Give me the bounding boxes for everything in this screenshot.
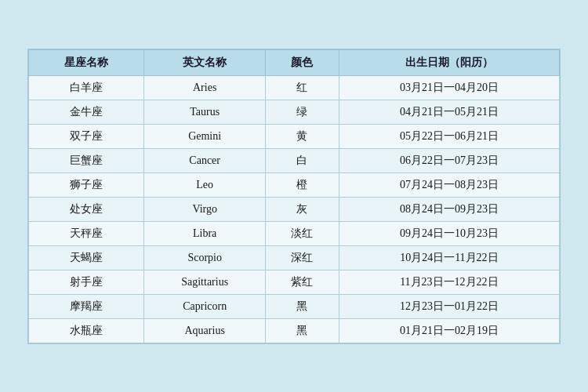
- cell-dates: 08月24日一09月23日: [339, 197, 559, 221]
- cell-english-name: Virgo: [144, 197, 266, 221]
- cell-english-name: Capricorn: [144, 294, 266, 318]
- cell-chinese-name: 双子座: [29, 124, 144, 148]
- cell-english-name: Leo: [144, 172, 266, 197]
- cell-english-name: Libra: [144, 221, 266, 245]
- cell-english-name: Gemini: [144, 124, 266, 148]
- cell-chinese-name: 巨蟹座: [29, 148, 144, 172]
- table-row: 水瓶座Aquarius黑01月21日一02月19日: [29, 318, 560, 343]
- cell-dates: 01月21日一02月19日: [339, 318, 559, 343]
- header-chinese-name: 星座名称: [29, 49, 144, 75]
- table-row: 白羊座Aries红03月21日一04月20日: [29, 75, 560, 100]
- cell-chinese-name: 白羊座: [29, 75, 144, 100]
- zodiac-table-container: 星座名称 英文名称 颜色 出生日期（阳历） 白羊座Aries红03月21日一04…: [27, 49, 561, 344]
- cell-dates: 04月21日一05月21日: [339, 100, 559, 124]
- cell-chinese-name: 狮子座: [29, 172, 144, 197]
- zodiac-table: 星座名称 英文名称 颜色 出生日期（阳历） 白羊座Aries红03月21日一04…: [28, 49, 560, 343]
- cell-chinese-name: 金牛座: [29, 100, 144, 124]
- cell-dates: 12月23日一01月22日: [339, 294, 559, 318]
- cell-dates: 05月22日一06月21日: [339, 124, 559, 148]
- table-row: 摩羯座Capricorn黑12月23日一01月22日: [29, 294, 560, 318]
- table-row: 狮子座Leo橙07月24日一08月23日: [29, 172, 560, 197]
- cell-chinese-name: 射手座: [29, 270, 144, 294]
- cell-chinese-name: 处女座: [29, 197, 144, 221]
- cell-dates: 03月21日一04月20日: [339, 75, 559, 100]
- cell-color: 灰: [266, 197, 339, 221]
- cell-english-name: Cancer: [144, 148, 266, 172]
- cell-chinese-name: 天秤座: [29, 221, 144, 245]
- cell-dates: 07月24日一08月23日: [339, 172, 559, 197]
- cell-color: 紫红: [266, 270, 339, 294]
- table-row: 射手座Sagittarius紫红11月23日一12月22日: [29, 270, 560, 294]
- cell-dates: 06月22日一07月23日: [339, 148, 559, 172]
- header-dates: 出生日期（阳历）: [339, 49, 559, 75]
- cell-color: 黑: [266, 294, 339, 318]
- cell-dates: 10月24日一11月22日: [339, 245, 559, 270]
- cell-chinese-name: 天蝎座: [29, 245, 144, 270]
- cell-english-name: Sagittarius: [144, 270, 266, 294]
- cell-color: 白: [266, 148, 339, 172]
- cell-chinese-name: 水瓶座: [29, 318, 144, 343]
- table-row: 双子座Gemini黄05月22日一06月21日: [29, 124, 560, 148]
- table-row: 金牛座Taurus绿04月21日一05月21日: [29, 100, 560, 124]
- table-row: 巨蟹座Cancer白06月22日一07月23日: [29, 148, 560, 172]
- table-row: 处女座Virgo灰08月24日一09月23日: [29, 197, 560, 221]
- cell-dates: 11月23日一12月22日: [339, 270, 559, 294]
- table-header-row: 星座名称 英文名称 颜色 出生日期（阳历）: [29, 49, 560, 75]
- cell-english-name: Scorpio: [144, 245, 266, 270]
- header-english-name: 英文名称: [144, 49, 266, 75]
- cell-chinese-name: 摩羯座: [29, 294, 144, 318]
- cell-dates: 09月24日一10月23日: [339, 221, 559, 245]
- cell-color: 淡红: [266, 221, 339, 245]
- cell-english-name: Taurus: [144, 100, 266, 124]
- table-body: 白羊座Aries红03月21日一04月20日金牛座Taurus绿04月21日一0…: [29, 75, 560, 343]
- table-row: 天蝎座Scorpio深红10月24日一11月22日: [29, 245, 560, 270]
- cell-english-name: Aries: [144, 75, 266, 100]
- cell-color: 橙: [266, 172, 339, 197]
- cell-color: 绿: [266, 100, 339, 124]
- table-row: 天秤座Libra淡红09月24日一10月23日: [29, 221, 560, 245]
- cell-color: 黄: [266, 124, 339, 148]
- cell-english-name: Aquarius: [144, 318, 266, 343]
- header-color: 颜色: [266, 49, 339, 75]
- cell-color: 深红: [266, 245, 339, 270]
- cell-color: 黑: [266, 318, 339, 343]
- cell-color: 红: [266, 75, 339, 100]
